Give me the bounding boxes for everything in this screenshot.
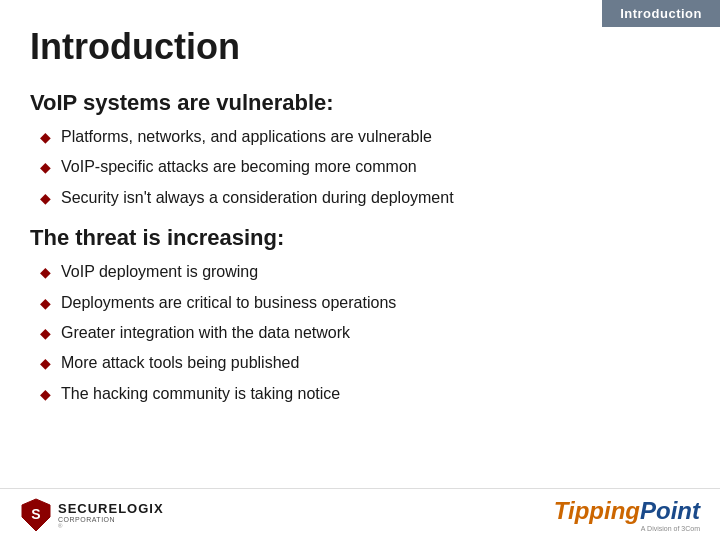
bullet-icon: ◆ (40, 158, 51, 178)
tippingpoint-sub: A Division of 3Com (554, 525, 700, 532)
bullet-icon: ◆ (40, 385, 51, 405)
list-item: ◆ VoIP-specific attacks are becoming mor… (40, 156, 680, 178)
securelogix-reg: ® (58, 523, 164, 529)
list-item: ◆ Greater integration with the data netw… (40, 322, 680, 344)
slide: Introduction Introduction VoIP systems a… (0, 0, 720, 540)
page-title: Introduction (30, 26, 680, 68)
securelogix-icon: S (20, 497, 52, 533)
svg-text:S: S (31, 506, 40, 522)
bullet-list-2: ◆ VoIP deployment is growing ◆ Deploymen… (40, 261, 680, 405)
list-item: ◆ Security isn't always a consideration … (40, 187, 680, 209)
tippingpoint-logo: TippingPoint A Division of 3Com (554, 497, 700, 532)
bullet-text: More attack tools being published (61, 352, 299, 374)
list-item: ◆ Deployments are critical to business o… (40, 292, 680, 314)
bullet-icon: ◆ (40, 189, 51, 209)
point-text: Point (640, 497, 700, 525)
section-heading-1: VoIP systems are vulnerable: (30, 90, 680, 116)
footer: S SECURELOGIX CORPORATION ® TippingPoint… (0, 488, 720, 540)
bullet-icon: ◆ (40, 263, 51, 283)
header-tab-label: Introduction (620, 6, 702, 21)
list-item: ◆ Platforms, networks, and applications … (40, 126, 680, 148)
bullet-icon: ◆ (40, 324, 51, 344)
bullet-icon: ◆ (40, 294, 51, 314)
header-tab: Introduction (602, 0, 720, 27)
bullet-text: VoIP deployment is growing (61, 261, 258, 283)
tipping-text: Tipping (554, 497, 640, 525)
bullet-text: Deployments are critical to business ope… (61, 292, 396, 314)
bullet-text: Security isn't always a consideration du… (61, 187, 454, 209)
securelogix-logo: S SECURELOGIX CORPORATION ® (20, 497, 164, 533)
bullet-text: Platforms, networks, and applications ar… (61, 126, 432, 148)
bullet-text: Greater integration with the data networ… (61, 322, 350, 344)
securelogix-corp: CORPORATION (58, 516, 164, 523)
bullet-text: The hacking community is taking notice (61, 383, 340, 405)
list-item: ◆ VoIP deployment is growing (40, 261, 680, 283)
section-heading-2: The threat is increasing: (30, 225, 680, 251)
list-item: ◆ More attack tools being published (40, 352, 680, 374)
bullet-list-1: ◆ Platforms, networks, and applications … (40, 126, 680, 209)
securelogix-name: SECURELOGIX (58, 501, 164, 516)
list-item: ◆ The hacking community is taking notice (40, 383, 680, 405)
bullet-icon: ◆ (40, 354, 51, 374)
bullet-text: VoIP-specific attacks are becoming more … (61, 156, 417, 178)
main-content: Introduction VoIP systems are vulnerable… (0, 0, 720, 488)
bullet-icon: ◆ (40, 128, 51, 148)
